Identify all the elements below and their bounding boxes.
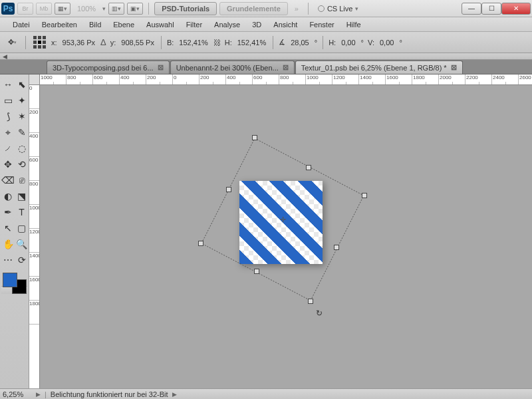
ruler-tick: 1800 [412,74,439,84]
zoom-level-label[interactable]: 100% [73,5,100,13]
close-icon[interactable]: ⊠ [451,63,457,72]
menu-fenster[interactable]: Fenster [303,21,340,29]
document-tab[interactable]: Unbenannt-2 bei 300% (Eben...⊠ [170,61,295,74]
menu-ansicht[interactable]: Ansicht [267,21,303,29]
transform-handle[interactable] [308,299,313,304]
menu-hilfe[interactable]: Hilfe [340,21,367,29]
delta-icon[interactable]: Δ [100,37,106,47]
close-icon[interactable]: ⊠ [158,63,164,72]
transform-handle[interactable] [334,245,339,250]
zoom-menu-icon[interactable]: ▶ [36,391,41,398]
workspace-tab-tutorials[interactable]: PSD-Tutorials [154,2,217,15]
move-tool[interactable]: ↔ [1,77,15,92]
ruler-tick: 800 [66,74,93,84]
quickselect-tool[interactable]: ✶ [16,109,27,124]
w-value[interactable]: 152,41% [178,39,209,47]
brush-tool[interactable]: ◌ [16,141,27,156]
ruler-corner[interactable] [29,74,40,85]
menu-bild[interactable]: Bild [83,21,107,29]
workspace-tab-grundelemente[interactable]: Grundelemente [219,2,288,15]
y-value[interactable]: 908,55 Px [120,39,156,47]
layer-content[interactable] [239,181,323,264]
gradient-tool[interactable]: ⎚ [16,173,27,188]
eraser-tool[interactable]: ⌫ [1,173,15,188]
link-icon[interactable]: ⛓ [213,39,221,47]
zoom-tool[interactable]: 🔍 [16,237,27,251]
history-brush-tool[interactable]: ⟲ [16,157,27,172]
ruler-tick: 200 [200,74,226,84]
ruler-tick: 600 [93,74,120,84]
blur-tool[interactable]: ⬔ [16,189,27,203]
crop-tool[interactable]: ⌖ [1,125,15,140]
type-tool[interactable]: T [16,205,27,219]
path-select-tool[interactable]: ↖ [1,221,15,235]
transform-handle[interactable] [306,165,311,170]
collapse-arrow-icon[interactable]: ◀ [3,53,7,60]
menu-analyse[interactable]: Analyse [208,21,246,29]
selection-tool[interactable]: ⬉ [16,77,27,92]
skew-h-value[interactable]: 0,00 [340,39,356,47]
arrange-button[interactable]: ▥ ▾ [108,3,124,15]
ruler-tick: 2600 [519,74,532,84]
screenmode-button[interactable]: ▣ ▾ [127,3,143,15]
transform-handle[interactable] [254,269,259,274]
document-tab-active[interactable]: Textur_01.psb bei 6,25% (Ebene 1, RGB/8)… [295,61,463,74]
menu-bearbeiten[interactable]: Bearbeiten [36,21,83,29]
minibridge-button[interactable]: Mb [36,3,52,15]
ruler-tick: 1600 [386,74,412,84]
dodge-tool[interactable]: ◐ [1,189,15,203]
eyedropper-tool[interactable]: ✎ [16,125,27,140]
transform-tool-icon[interactable]: ✥▾ [4,35,20,51]
healing-tool[interactable]: ⟋ [1,141,15,156]
menu-auswahl[interactable]: Auswahl [140,21,180,29]
color-swatches[interactable] [1,271,27,297]
doctab-label: 3D-Typocomposing.psd bei 6... [53,64,154,72]
window-minimize-button[interactable]: — [462,3,481,15]
document-stage[interactable]: ✛ ↻ [40,85,532,388]
marquee-tool[interactable]: ▭ [1,93,15,108]
hand-tool[interactable]: ✋ [1,237,15,251]
x-value[interactable]: 953,36 Px [61,39,97,47]
menu-3d[interactable]: 3D [246,21,267,29]
status-zoom[interactable]: 6,25% [3,390,32,398]
3d-tool[interactable]: ⋯ [1,253,15,267]
chevron-down-icon: ▾ [355,5,358,12]
menu-filter[interactable]: Filter [180,21,208,29]
transform-handle[interactable] [252,135,257,140]
ruler-tick: 1000 [29,205,39,229]
skew-v-value[interactable]: 0,00 [378,39,395,47]
lasso-tool[interactable]: ⟆ [1,109,15,124]
document-tab[interactable]: 3D-Typocomposing.psd bei 6...⊠ [47,61,170,74]
cs-live-button[interactable]: CS Live ▾ [318,5,359,13]
status-menu-icon[interactable]: ▶ [172,391,177,398]
bridge-button[interactable]: Br [17,3,33,15]
more-workspaces[interactable]: » [291,5,303,13]
angle-value[interactable]: 28,05 [289,39,311,47]
skew-v-unit: ° [399,39,402,47]
shape-tool[interactable]: ▢ [16,221,27,235]
ruler-horizontal[interactable]: 1000 800 600 400 200 0 200 400 600 800 1… [40,74,532,85]
rotate-view-tool[interactable]: ⟳ [16,253,27,267]
pen-tool[interactable]: ✒ [1,205,15,219]
window-close-button[interactable]: ✕ [501,3,531,15]
cslive-icon [318,5,325,12]
close-icon[interactable]: ⊠ [283,63,289,72]
menu-datei[interactable]: Datei [7,21,36,29]
tools-panel: ↔ ⬉ ▭ ✦ ⟆ ✶ ⌖ ✎ ⟋ ◌ ✥ ⟲ ⌫ ⎚ ◐ ⬔ ✒ T ↖ ▢ … [0,74,29,388]
transform-handle[interactable] [362,193,367,198]
wand-tool[interactable]: ✦ [16,93,27,108]
reference-point-grid[interactable] [31,35,47,51]
h-value[interactable]: 152,41% [236,39,267,47]
ruler-tick: 1000 [306,74,332,84]
transform-handle[interactable] [198,241,203,246]
ruler-vertical[interactable]: 0 200 400 600 800 1000 1200 1400 1600 18… [29,85,40,388]
ruler-tick: 2400 [492,74,519,84]
transform-handle[interactable] [226,187,231,192]
view-dropdown[interactable]: ▦ ▾ [55,3,70,15]
window-maximize-button[interactable]: ☐ [481,3,501,15]
menu-ebene[interactable]: Ebene [107,21,140,29]
skew-h-label: H: [329,39,336,47]
foreground-color-swatch[interactable] [3,273,17,287]
stamp-tool[interactable]: ✥ [1,157,15,172]
h-label: H: [225,39,232,47]
